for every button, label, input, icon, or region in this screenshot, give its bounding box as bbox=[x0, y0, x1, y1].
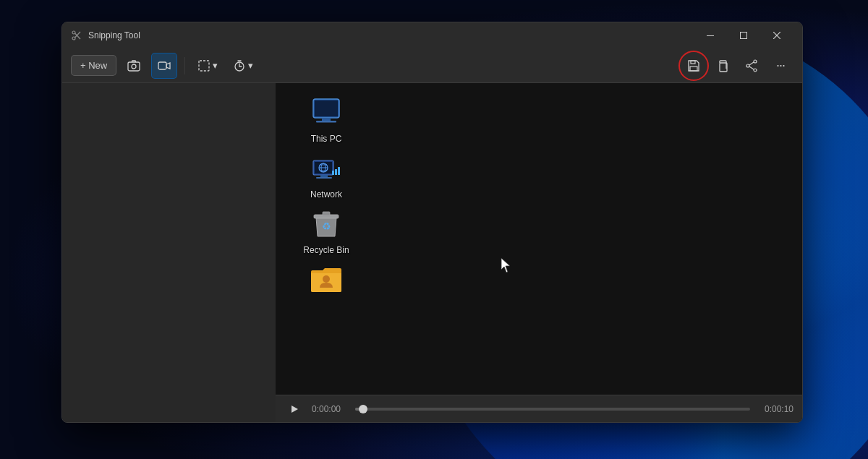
svg-point-16 bbox=[754, 60, 757, 63]
title-bar: Snipping Tool bbox=[62, 22, 802, 48]
video-controls-bar: 0:00:00 0:00:10 bbox=[276, 395, 802, 422]
svg-rect-36 bbox=[335, 169, 337, 175]
video-mode-button[interactable] bbox=[151, 53, 177, 79]
svg-rect-34 bbox=[316, 177, 332, 179]
copy-button[interactable] bbox=[710, 53, 736, 79]
user-folder-icon-item[interactable] bbox=[297, 261, 355, 301]
screenshot-area: This PC bbox=[276, 83, 802, 395]
toolbar: + New ▾ bbox=[62, 48, 802, 83]
svg-rect-5 bbox=[741, 33, 747, 39]
svg-rect-4 bbox=[707, 35, 714, 36]
this-pc-icon-item[interactable]: This PC bbox=[297, 94, 355, 144]
svg-point-41 bbox=[323, 275, 330, 283]
svg-rect-39 bbox=[323, 212, 330, 215]
new-button[interactable]: + New bbox=[71, 55, 116, 76]
window-title: Snipping Tool bbox=[88, 30, 140, 40]
maximize-button[interactable] bbox=[727, 24, 760, 47]
svg-line-20 bbox=[749, 67, 754, 69]
minimize-button[interactable] bbox=[694, 24, 727, 47]
svg-rect-8 bbox=[128, 62, 140, 71]
this-pc-icon bbox=[308, 94, 344, 130]
separator-1 bbox=[184, 57, 185, 74]
recycle-bin-icon-item[interactable]: ♻ Recycle Bin bbox=[297, 205, 355, 255]
time-total: 0:00:10 bbox=[757, 404, 793, 414]
mouse-cursor bbox=[500, 257, 514, 274]
progress-bar[interactable] bbox=[355, 408, 750, 411]
title-bar-left: Snipping Tool bbox=[71, 30, 140, 41]
play-button[interactable] bbox=[284, 399, 305, 419]
svg-point-9 bbox=[132, 64, 136, 69]
svg-text:♻: ♻ bbox=[322, 220, 331, 232]
svg-rect-11 bbox=[199, 61, 209, 71]
window-controls bbox=[694, 24, 793, 47]
svg-rect-23 bbox=[315, 101, 337, 116]
svg-point-17 bbox=[754, 69, 757, 72]
screenshot-mode-button[interactable] bbox=[121, 53, 147, 79]
shape-dropdown-button[interactable]: ▾ bbox=[192, 56, 224, 76]
share-button[interactable] bbox=[739, 53, 765, 79]
recycle-bin-icon: ♻ bbox=[308, 205, 344, 241]
svg-rect-33 bbox=[320, 175, 328, 177]
svg-point-18 bbox=[746, 64, 749, 67]
app-icon bbox=[71, 30, 82, 41]
network-icon-item[interactable]: Network bbox=[297, 150, 355, 200]
svg-rect-37 bbox=[338, 167, 340, 175]
svg-rect-10 bbox=[158, 62, 166, 69]
save-button[interactable] bbox=[681, 53, 707, 79]
user-folder-icon bbox=[308, 261, 344, 297]
timer-chevron-icon: ▾ bbox=[248, 60, 253, 71]
more-button[interactable]: ··· bbox=[767, 53, 793, 79]
svg-rect-13 bbox=[691, 61, 695, 64]
shape-chevron-icon: ▾ bbox=[213, 60, 218, 71]
time-current: 0:00:00 bbox=[312, 404, 348, 414]
svg-line-19 bbox=[749, 62, 754, 65]
recycle-bin-label: Recycle Bin bbox=[303, 245, 349, 255]
left-panel bbox=[62, 83, 276, 422]
snipping-tool-window: Snipping Tool + New bbox=[61, 22, 803, 423]
close-button[interactable] bbox=[760, 24, 793, 47]
network-label: Network bbox=[310, 189, 342, 200]
svg-rect-25 bbox=[316, 121, 336, 123]
toolbar-right: ··· bbox=[681, 53, 793, 79]
svg-rect-14 bbox=[690, 67, 697, 71]
timer-dropdown-button[interactable]: ▾ bbox=[228, 56, 259, 76]
this-pc-label: This PC bbox=[311, 134, 342, 144]
network-icon bbox=[308, 150, 344, 186]
progress-thumb[interactable] bbox=[359, 405, 367, 413]
main-content: This PC bbox=[62, 83, 802, 422]
content-panel: This PC bbox=[276, 83, 802, 422]
svg-rect-24 bbox=[322, 118, 331, 121]
svg-rect-35 bbox=[332, 171, 334, 175]
